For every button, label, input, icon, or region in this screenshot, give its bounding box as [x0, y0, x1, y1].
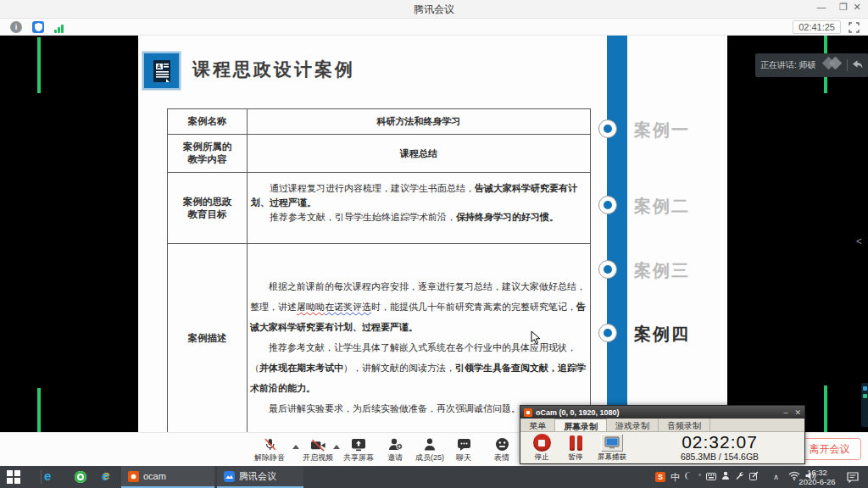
smiley-icon [482, 436, 521, 452]
degree-indicator: ° [698, 466, 701, 488]
close-icon[interactable]: ✕ [848, 2, 866, 13]
ie-icon[interactable]: e [102, 469, 108, 483]
table-row: 案例名称 科研方法和终身学习 [167, 108, 591, 134]
shield-icon[interactable] [32, 21, 44, 33]
minimize-icon[interactable]: — [812, 2, 831, 12]
row-value: 课程总结 [248, 135, 591, 172]
user-icon[interactable] [721, 466, 730, 488]
share-screen-icon [339, 436, 378, 452]
ocam-tab-audio-record[interactable]: 音频录制 [659, 419, 710, 431]
browser-360-icon[interactable] [75, 471, 86, 483]
meeting-duration: 02:41:25 [793, 20, 841, 34]
recording-timer: 02:32:07 [639, 433, 800, 452]
text-segment: ），讲解文献的阅读方法， [343, 363, 455, 373]
nav-label-case4[interactable]: 案例四 [634, 323, 690, 346]
nav-marker-case2[interactable] [598, 196, 617, 214]
row-label: 案例描述 [167, 244, 248, 432]
taskbar-item-ocam[interactable]: ocam [121, 466, 214, 488]
keyboard-icon[interactable] [706, 466, 716, 488]
windows-taskbar: e e ocam 腾讯会议 S 中 ° [0, 466, 868, 488]
ocam-titlebar[interactable]: oCam (0, 0, 1920, 1080) – ✕ [520, 406, 804, 419]
row-label: 案例所属的教学内容 [167, 135, 248, 172]
ocam-tab-screen-record[interactable]: 屏幕录制 [555, 419, 607, 431]
leave-meeting-button[interactable]: 离开会议 [798, 438, 861, 460]
ocam-body: 停止 暂停 屏幕捕获 02:32:07 685.3MB / 154.6GB [520, 432, 804, 463]
speaker-text: 正在讲话: 师硕 [760, 59, 816, 71]
table-row: 案例所属的教学内容 课程总结 [167, 134, 591, 172]
clock-time: 16:32 [795, 468, 839, 477]
stop-button[interactable]: 停止 [526, 434, 558, 463]
edge-icon[interactable]: e [44, 469, 51, 483]
speaker-indicator: 正在讲话: 师硕 [755, 53, 868, 77]
divider [41, 470, 42, 484]
slide-title: 课程思政设计案例 [192, 58, 355, 81]
info-icon[interactable]: i [10, 21, 22, 33]
edit-note-icon[interactable] [749, 466, 759, 488]
paragraph: 通过课程复习进行内容梳理，建议学生书面总结，告诫大家科学研究要有计划、过程严谨。 [248, 181, 590, 210]
network-signal-icon[interactable] [54, 23, 66, 33]
text-segment: 并体现在期末考试中 [259, 363, 343, 373]
svg-text:A: A [157, 64, 161, 69]
text-segment: 屠呦呦 [297, 302, 325, 312]
wrench-icon[interactable] [735, 466, 744, 488]
ime-indicator[interactable]: 中 [670, 466, 680, 488]
monitor-icon [601, 434, 623, 452]
meeting-statusbar: i 02:41:25 [0, 19, 868, 36]
system-tray: S 中 ° ∧ [653, 466, 819, 488]
fullscreen-icon[interactable] [849, 21, 860, 36]
invite-button[interactable]: 邀请 [376, 436, 415, 463]
text-segment: 推荐参考文献，引导学生始终追踪学术前沿， [270, 212, 456, 222]
share-border-green [37, 37, 41, 93]
case-nav-bar [607, 36, 627, 432]
recording-status: 02:32:07 685.3MB / 154.6GB [639, 433, 800, 462]
nav-marker-case1[interactable] [598, 119, 617, 138]
slide-page: A 课程思政设计案例 案例名称 科研方法和终身学习 案例所属的教学内容 课程总 [138, 36, 727, 432]
panel-collapse-icon[interactable]: < [856, 236, 862, 247]
reply-arrow-icon[interactable] [852, 58, 863, 73]
window-titlebar: 腾讯会议 — ❐ ✕ [0, 0, 868, 19]
nav-marker-case3[interactable] [598, 260, 617, 279]
emoji-button[interactable]: 表情 [482, 436, 521, 463]
share-border-green [824, 385, 827, 432]
ocam-minimize-icon[interactable]: – [783, 408, 787, 417]
side-widget[interactable] [861, 383, 868, 427]
nav-label-case1[interactable]: 案例一 [634, 119, 690, 141]
text-segment: 保持终身学习的好习惯。 [456, 212, 559, 222]
start-video-button[interactable]: 开启视频 [298, 436, 337, 463]
nav-label-case3[interactable]: 案例三 [634, 259, 690, 282]
taskbar-clock[interactable]: 16:32 2020-6-26 [795, 468, 839, 486]
row-label: 案例的思政教育目标 [167, 173, 248, 243]
mic-muted-icon [250, 436, 289, 452]
paragraph: 推荐参考文献，引导学生始终追踪学术前沿，保持终身学习的好习惯。 [248, 210, 590, 225]
taskbar-item-tencent-meeting[interactable]: 腾讯会议 [217, 466, 303, 488]
table-row: 案例的思政教育目标 通过课程复习进行内容梳理，建议学生书面总结，告诫大家科学研究… [167, 172, 591, 243]
chat-button[interactable]: 聊天 [444, 436, 483, 463]
ocam-logo-icon [128, 471, 139, 482]
avatar [821, 56, 843, 75]
unmute-button[interactable]: 解除静音 [250, 436, 289, 463]
moon-icon[interactable] [685, 466, 693, 488]
hidden-icons-chevron[interactable]: ∧ [773, 466, 779, 488]
recording-size: 685.3MB / 154.6GB [639, 452, 800, 462]
pause-button[interactable]: 暂停 [559, 434, 592, 463]
row-value: 通过课程复习进行内容梳理，建议学生书面总结，告诫大家科学研究要有计划、过程严谨。… [248, 173, 591, 243]
nav-label-case2[interactable]: 案例二 [634, 195, 690, 218]
nav-marker-case4[interactable] [598, 324, 617, 342]
document-icon: A [142, 52, 181, 90]
text-segment: 通过课程复习进行内容梳理，建议学生书面总结， [270, 183, 475, 193]
start-button-icon[interactable] [7, 470, 20, 484]
divider [847, 59, 848, 71]
action-center-icon[interactable] [847, 471, 859, 486]
ocam-window[interactable]: oCam (0, 0, 1920, 1080) – ✕ 菜单 屏幕录制 游戏录制… [520, 405, 805, 464]
screen-capture-button[interactable]: 屏幕捕获 [593, 434, 631, 463]
table-row: 案例描述 根据之前课前的每次课程内容安排，逐章进行复习总结，建议大家做好总结，整… [167, 243, 591, 432]
share-screen-button[interactable]: 共享屏幕 [339, 436, 378, 463]
row-label: 案例名称 [167, 109, 248, 134]
shared-screen: A 课程思政设计案例 案例名称 科研方法和终身学习 案例所属的教学内容 课程总 [0, 36, 868, 432]
ocam-tab-game-record[interactable]: 游戏录制 [607, 419, 659, 431]
clock-date: 2020-6-26 [795, 477, 839, 486]
ocam-close-icon[interactable]: ✕ [794, 408, 801, 417]
sogou-icon[interactable]: S [655, 472, 665, 482]
ocam-tab-menu[interactable]: 菜单 [520, 419, 555, 431]
share-border-green [37, 388, 41, 432]
